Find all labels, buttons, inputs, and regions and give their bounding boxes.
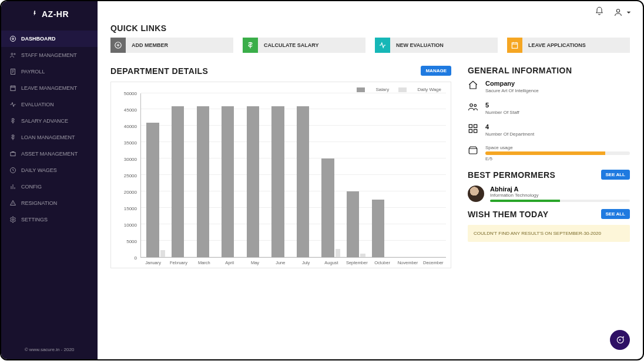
sidebar-item-dashboard[interactable]: DASHBOARD	[1, 31, 98, 47]
home-icon	[468, 80, 478, 90]
info-company: Company Sacure Art Of Intelligence	[468, 80, 630, 93]
avatar	[468, 186, 484, 202]
space-progress	[485, 151, 630, 155]
sidebar-item-asset-management[interactable]: ASSET MANAGEMENT	[1, 146, 98, 162]
nav-label: CONFIG	[21, 184, 42, 190]
topbar	[98, 1, 643, 23]
x-label: November	[395, 258, 420, 265]
nav-icon	[9, 134, 16, 141]
legend-salary: Salary	[375, 87, 389, 92]
sidebar-item-config[interactable]: CONFIG	[1, 178, 98, 195]
y-tick: 5000	[126, 238, 137, 244]
quick-link-icon	[375, 38, 390, 53]
bar-daily-wage	[336, 249, 341, 257]
svg-point-12	[470, 104, 473, 107]
quick-links-row: ADD MEMBERCALCULATE SALARYNEW EVALUATION…	[110, 38, 630, 53]
bar-salary	[197, 106, 209, 257]
bar-group	[243, 93, 269, 257]
sidebar-item-salary-advance[interactable]: SALARY ADVANCE	[1, 113, 98, 129]
bar-salary	[347, 191, 359, 257]
sidebar-item-evaluation[interactable]: EVALUATION	[1, 96, 98, 113]
sidebar-item-loan-management[interactable]: LOAN MANAGEMENT	[1, 129, 98, 146]
sidebar-footer: © www.sacure.in - 2020	[1, 342, 98, 359]
quick-link-label: ADD MEMBER	[126, 42, 168, 48]
wish-alert: COULDN'T FIND ANY RESULT'S ON SEPTEMBER-…	[468, 225, 630, 242]
bar-group	[418, 93, 444, 257]
quick-link-add-member[interactable]: ADD MEMBER	[110, 38, 233, 53]
sidebar-item-leave-management[interactable]: LEAVE MANAGEMENT	[1, 80, 98, 96]
nav-label: LOAN MANAGEMENT	[21, 134, 75, 140]
quick-link-icon	[507, 38, 522, 53]
info-space: Space usage E/5	[468, 145, 630, 161]
bar-salary	[321, 159, 334, 257]
x-label: April	[217, 258, 242, 265]
grid-icon	[468, 123, 478, 134]
quick-link-new-evaluation[interactable]: NEW EVALUATION	[375, 38, 498, 53]
x-label: October	[370, 258, 395, 265]
main: QUICK LINKS ADD MEMBERCALCULATE SALARYNE…	[98, 1, 643, 359]
nav-icon	[9, 52, 16, 59]
y-tick: 20000	[124, 189, 137, 194]
sidebar-item-daily-wages[interactable]: DAILY WAGES	[1, 162, 98, 178]
sidebar-item-payroll[interactable]: PAYROLL	[1, 63, 98, 80]
quick-links-title: QUICK LINKS	[110, 23, 630, 33]
quick-link-icon	[243, 38, 258, 53]
nav-icon	[9, 68, 16, 75]
performer-name: Abhiraj A	[490, 186, 630, 193]
sidebar-item-resignation[interactable]: RESIGNATION	[1, 195, 98, 211]
x-label: January	[140, 258, 166, 265]
nav-label: EVALUATION	[21, 102, 54, 107]
nav-icon	[9, 200, 16, 207]
nav-label: SALARY ADVANCE	[21, 118, 68, 124]
svg-point-13	[474, 105, 477, 107]
y-tick: 35000	[124, 140, 137, 145]
bar-group	[143, 93, 169, 257]
nav-icon	[9, 117, 16, 124]
sidebar: AZ-HR DASHBOARDSTAFF MANAGEMENTPAYROLLLE…	[1, 1, 98, 359]
chat-fab[interactable]	[610, 330, 630, 350]
nav-label: ASSET MANAGEMENT	[21, 151, 78, 157]
bar-group	[394, 93, 419, 257]
brand-text: AZ-HR	[42, 9, 69, 19]
y-tick: 10000	[124, 222, 137, 227]
info-departments: 4 Number Of Department	[468, 123, 630, 137]
svg-point-0	[12, 38, 14, 40]
nav-icon	[9, 183, 16, 190]
nav-icon	[9, 216, 16, 223]
notification-icon[interactable]	[595, 6, 604, 18]
see-all-performers-button[interactable]: SEE ALL	[601, 170, 630, 180]
wish-today-title: WISH THEM TODAY	[468, 210, 548, 219]
x-label: December	[421, 258, 446, 265]
bar-salary	[271, 106, 284, 257]
department-details-title: DEPARTMENT DETAILS	[110, 66, 208, 76]
bar-salary	[372, 200, 384, 257]
quick-link-leave-applications[interactable]: LEAVE APPLICATIONS	[507, 38, 630, 53]
bar-group	[293, 93, 318, 257]
y-tick: 30000	[124, 156, 137, 161]
bar-salary	[146, 123, 159, 257]
svg-point-18	[619, 339, 620, 340]
svg-point-9	[616, 9, 619, 12]
bar-salary	[222, 106, 234, 257]
dept-label: Number Of Department	[485, 132, 534, 137]
performer-dept: Information Technology	[490, 193, 630, 198]
nav-label: LEAVE MANAGEMENT	[21, 85, 77, 91]
nav-label: PAYROLL	[21, 69, 45, 75]
profile-icon[interactable]	[613, 8, 633, 17]
bar-salary	[247, 106, 259, 257]
svg-rect-16	[469, 130, 472, 133]
nav-label: DASHBOARD	[21, 36, 56, 42]
sidebar-item-staff-management[interactable]: STAFF MANAGEMENT	[1, 47, 98, 63]
sidebar-item-settings[interactable]: SETTINGS	[1, 211, 98, 228]
bar-group	[269, 93, 294, 257]
dept-count: 4	[485, 123, 534, 130]
general-info-title: GENERAL INFORMATION	[468, 66, 630, 75]
see-all-wish-button[interactable]: SEE ALL	[601, 209, 630, 219]
nav-icon	[9, 35, 16, 42]
svg-rect-14	[469, 124, 472, 127]
quick-link-calculate-salary[interactable]: CALCULATE SALARY	[243, 38, 365, 53]
svg-rect-6	[11, 153, 15, 156]
quick-link-icon	[110, 38, 126, 53]
manage-button[interactable]: MANAGE	[421, 66, 451, 76]
quick-link-label: LEAVE APPLICATIONS	[522, 42, 586, 48]
